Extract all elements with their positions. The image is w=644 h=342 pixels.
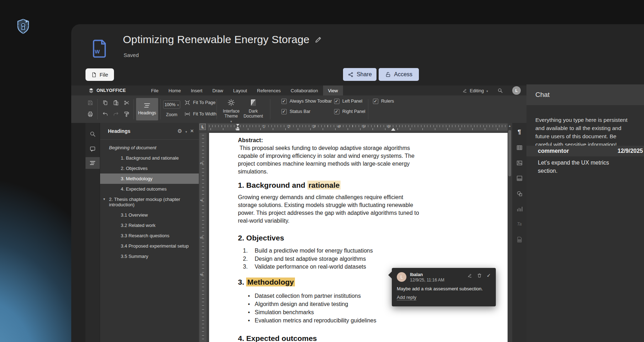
- chat-panel-title: Chat: [526, 84, 644, 105]
- menu-tab[interactable]: File: [146, 86, 163, 95]
- brand-name: ONLYOFFICE: [97, 88, 126, 93]
- text-art-settings-icon[interactable]: Ta: [516, 221, 523, 228]
- heading-item[interactable]: 4. Expected outcomes: [100, 184, 199, 194]
- access-button[interactable]: Access: [379, 68, 419, 81]
- methodology-item: Evaluation metrics and reproducibility g…: [238, 316, 421, 325]
- open-lock-icon: [385, 72, 391, 78]
- heading-item[interactable]: 3.5 Summary: [100, 251, 199, 261]
- heading-item[interactable]: 3.1 Overview: [100, 210, 199, 220]
- headings-icon: [144, 103, 151, 108]
- paragraph-settings-icon[interactable]: ¶: [516, 129, 523, 136]
- headings-button-label: Headings: [138, 110, 156, 115]
- headings-navigation-icon[interactable]: [85, 157, 100, 169]
- menu-tab[interactable]: Insert: [186, 86, 208, 95]
- heading-item[interactable]: 3.2 Related work: [100, 220, 199, 230]
- indent-marker[interactable]: [236, 124, 240, 131]
- chart-settings-icon[interactable]: [516, 205, 523, 212]
- resolve-comment-icon[interactable]: ✓: [487, 273, 491, 278]
- save-icon[interactable]: [86, 98, 94, 107]
- format-painter-icon[interactable]: [122, 110, 131, 118]
- user-avatar[interactable]: L: [512, 86, 521, 95]
- brand: ONLYOFFICE: [71, 86, 146, 95]
- menu-tab[interactable]: Collaboration: [286, 86, 323, 95]
- section-4-heading: 4. Expected outcomes: [238, 334, 421, 342]
- search-icon[interactable]: [85, 128, 100, 140]
- heading-item[interactable]: 3.3 Research questions: [100, 230, 199, 241]
- right-indent-marker[interactable]: [391, 128, 395, 131]
- document-area: L 123456 3456 Abstract: This proposal se…: [199, 123, 512, 342]
- delete-comment-icon[interactable]: [477, 273, 482, 278]
- header-footer-settings-icon[interactable]: [516, 175, 523, 182]
- zoom-dropdown[interactable]: 100%: [163, 100, 180, 109]
- print-icon[interactable]: [86, 110, 94, 118]
- heading-item[interactable]: 3.4 Proposed experimental setup: [100, 241, 199, 251]
- comment-author: Ibalan: [410, 272, 445, 277]
- fit-to-width-button[interactable]: Fit To Width: [185, 111, 217, 117]
- headings-panel-title: Headings: [108, 128, 130, 134]
- menu-tab[interactable]: Draw: [207, 86, 228, 95]
- view-option-group-2: Left PanelRight Panel: [334, 99, 365, 116]
- view-toolbar: Headings 100% Zoom Fit To Page Fit To Wi…: [71, 95, 526, 123]
- share-button[interactable]: Share: [343, 68, 376, 81]
- add-reply-link[interactable]: Add reply: [397, 295, 416, 300]
- chat-persistence-notice: Everything you type here is persistent a…: [535, 116, 628, 149]
- view-option-checkbox[interactable]: Left Panel: [334, 99, 365, 104]
- cut-icon[interactable]: [122, 98, 131, 107]
- interface-theme-button[interactable]: Interface Theme: [220, 99, 242, 124]
- view-option-checkbox[interactable]: Rulers: [373, 99, 394, 104]
- table-settings-icon[interactable]: [516, 144, 523, 151]
- headings-panel-toggle-button[interactable]: Headings: [136, 98, 158, 120]
- file-button[interactable]: File: [85, 68, 114, 81]
- left-icon-strip: [85, 123, 100, 342]
- document-title[interactable]: Optimizing Renewable Energy Storage: [123, 33, 310, 46]
- chat-message-header: commentor 12/9/2025: [526, 146, 644, 156]
- mail-merge-settings-icon[interactable]: [516, 236, 523, 243]
- rename-pencil-icon[interactable]: [315, 36, 322, 43]
- gear-icon[interactable]: ⚙: [177, 128, 182, 134]
- onlyoffice-logo-icon: [88, 88, 94, 93]
- menu-tab[interactable]: Layout: [228, 86, 252, 95]
- heading-item[interactable]: Beginning of document: [100, 142, 199, 153]
- shape-settings-icon[interactable]: [516, 190, 523, 197]
- word-document-letter: W: [95, 48, 100, 55]
- chevron-down-icon: [486, 88, 488, 93]
- comment-text: Maybe add a risk assessment subsection.: [397, 286, 491, 291]
- view-option-checkbox[interactable]: Always Show Toolbar: [281, 99, 332, 104]
- view-option-checkbox[interactable]: Status Bar: [281, 109, 332, 114]
- document-scrollbar[interactable]: [508, 123, 512, 342]
- privacy-shield-icon: [16, 19, 30, 34]
- search-icon[interactable]: [497, 88, 503, 93]
- objective-item: Design and test adaptive storage algorit…: [238, 255, 421, 263]
- vertical-ruler[interactable]: 3456: [199, 133, 207, 342]
- copy-icon[interactable]: [101, 98, 109, 107]
- undo-icon[interactable]: [101, 110, 109, 118]
- file-button-label: File: [99, 72, 108, 78]
- editing-mode-dropdown[interactable]: Editing: [462, 88, 488, 93]
- document-page[interactable]: Abstract: This proposal seeks funding to…: [209, 133, 508, 342]
- menu-tab[interactable]: View: [323, 86, 343, 95]
- dark-document-button[interactable]: Dark Document: [242, 99, 265, 119]
- headings-panel: Headings ⚙ × Beginning of document1. Bac…: [100, 123, 199, 342]
- tab-stop-selector[interactable]: L: [199, 124, 206, 130]
- edit-comment-icon[interactable]: [467, 273, 472, 278]
- menu-tab[interactable]: Home: [163, 86, 186, 95]
- horizontal-ruler[interactable]: 123456: [208, 124, 508, 131]
- share-icon: [348, 72, 354, 78]
- comments-icon[interactable]: [85, 143, 100, 155]
- image-settings-icon[interactable]: [516, 159, 523, 166]
- scrollbar-thumb[interactable]: [508, 130, 511, 176]
- heading-item[interactable]: 2. Objectives: [100, 163, 199, 173]
- fit-to-page-button[interactable]: Fit To Page: [185, 100, 215, 105]
- interface-theme-label: Interface Theme: [220, 109, 242, 119]
- chevron-down-icon[interactable]: [186, 128, 187, 134]
- redo-icon[interactable]: [111, 110, 120, 118]
- heading-item[interactable]: 3. Methodology: [100, 173, 199, 184]
- ruler-number: 6: [200, 274, 204, 276]
- fit-to-page-icon: [185, 100, 190, 105]
- paste-icon[interactable]: [111, 98, 120, 107]
- menu-tab[interactable]: References: [252, 86, 286, 95]
- close-icon[interactable]: ×: [190, 128, 194, 135]
- view-option-checkbox[interactable]: Right Panel: [334, 109, 365, 114]
- heading-item[interactable]: 2. Thesis chapter mockup (chapter introd…: [100, 194, 199, 210]
- heading-item[interactable]: 1. Background and rationale: [100, 153, 199, 163]
